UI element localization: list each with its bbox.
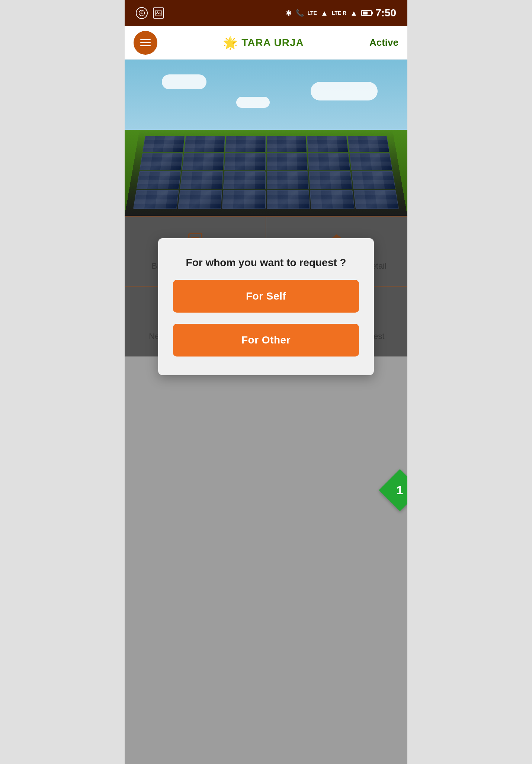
panel-7 xyxy=(140,153,183,170)
status-bar: ✱ 📞 LTE ▲ LTE R ▲ 7:50 xyxy=(125,0,407,26)
panel-11 xyxy=(308,153,350,170)
svg-point-0 xyxy=(139,10,145,16)
lte-r-label: LTE R xyxy=(332,10,346,16)
hamburger-icon xyxy=(140,39,151,46)
solar-image xyxy=(125,60,407,216)
panel-4 xyxy=(266,136,307,152)
panel-18 xyxy=(351,171,395,189)
panel-2 xyxy=(184,136,225,152)
panel-5 xyxy=(307,136,348,152)
cloud-2 xyxy=(311,82,378,100)
panel-6 xyxy=(347,136,390,152)
bluetooth-icon: ✱ xyxy=(286,9,292,17)
panel-20 xyxy=(178,190,222,209)
panel-8 xyxy=(182,153,224,170)
gallery-icon xyxy=(153,7,164,19)
logo-text: TARA URJA xyxy=(241,37,304,49)
phone-frame: ✱ 📞 LTE ▲ LTE R ▲ 7:50 🌟 TARA URJA Activ… xyxy=(125,0,407,764)
status-time: 7:50 xyxy=(375,7,396,19)
panel-17 xyxy=(309,171,352,189)
logo-star-icon: 🌟 xyxy=(223,36,238,50)
for-self-button[interactable]: For Self xyxy=(173,280,359,313)
panel-12 xyxy=(349,153,392,170)
panel-14 xyxy=(180,171,223,189)
panel-21 xyxy=(222,190,266,209)
signal-icon: ▲ xyxy=(321,9,328,17)
active-label: Active xyxy=(369,37,398,48)
cloud-1 xyxy=(162,74,206,89)
panel-10 xyxy=(266,153,308,170)
lte-label: LTE xyxy=(308,10,317,16)
panel-13 xyxy=(137,171,181,189)
modal-overlay: For whom you want to request ? For Self … xyxy=(125,216,407,764)
panel-15 xyxy=(223,171,266,189)
status-left-icons xyxy=(136,7,164,19)
panel-16 xyxy=(266,171,309,189)
modal-card: For whom you want to request ? For Self … xyxy=(158,238,374,375)
panel-24 xyxy=(353,190,399,209)
panel-22 xyxy=(266,190,310,209)
cloud-3 xyxy=(236,97,270,108)
panel-19 xyxy=(133,190,179,209)
solar-panels xyxy=(125,130,407,216)
menu-button[interactable] xyxy=(134,31,157,55)
main-content: Billing & Payment Detail Energy Consumpt… xyxy=(125,216,407,764)
badge-number: 1 xyxy=(397,483,403,497)
for-other-button[interactable]: For Other xyxy=(173,324,359,357)
signal2-icon: ▲ xyxy=(350,9,358,17)
battery-icon xyxy=(361,10,372,16)
modal-title: For whom you want to request ? xyxy=(173,257,359,269)
spotify-icon xyxy=(136,7,148,19)
panel-3 xyxy=(225,136,265,152)
status-right-icons: ✱ 📞 LTE ▲ LTE R ▲ 7:50 xyxy=(286,7,396,19)
panel-1 xyxy=(142,136,185,152)
badge-1: 1 xyxy=(379,469,407,511)
panel-23 xyxy=(310,190,354,209)
panel-9 xyxy=(224,153,266,170)
logo-area: 🌟 TARA URJA xyxy=(223,36,304,50)
phone-icon: 📞 xyxy=(296,9,304,17)
app-bar: 🌟 TARA URJA Active xyxy=(125,26,407,60)
